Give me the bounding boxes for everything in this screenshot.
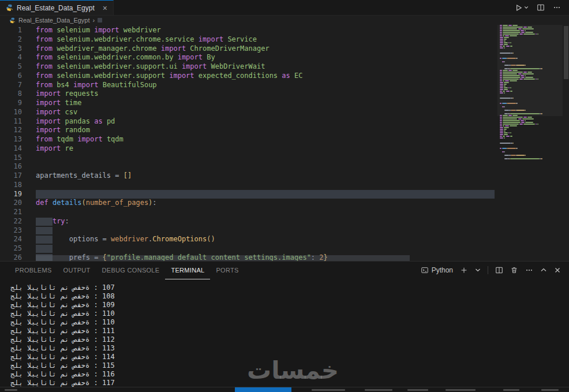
breadcrumb-item-file[interactable]: Real_Estate_Data_Egypt (18, 17, 90, 24)
code-line[interactable]: 7from bs4 import BeautifulSoup (0, 81, 569, 90)
minimap-slider[interactable] (497, 25, 563, 116)
code-text[interactable]: from tqdm import tqdm (36, 135, 123, 144)
code-text[interactable]: def details(number_of_pages): (36, 199, 157, 208)
code-text[interactable]: from selenium.webdriver.common.by import… (36, 53, 215, 62)
code-text[interactable]: import time (36, 99, 82, 108)
code-text[interactable]: from bs4 import BeautifulSoup (36, 81, 157, 90)
split-terminal-icon[interactable] (495, 266, 503, 274)
line-number[interactable]: 21 (0, 208, 22, 217)
close-panel-icon[interactable] (554, 267, 561, 274)
code-text[interactable]: import pandas as pd (36, 117, 115, 126)
code-text[interactable]: import csv (36, 108, 77, 117)
line-number[interactable]: 13 (0, 135, 22, 144)
new-terminal-icon[interactable] (460, 266, 468, 274)
line-number[interactable]: 24 (0, 235, 22, 244)
code-text[interactable]: from selenium.webdriver.support.ui impor… (36, 62, 265, 72)
breadcrumb-symbol-icon (98, 18, 102, 23)
code-line[interactable]: 6from selenium.webdriver.support import … (0, 72, 569, 81)
code-line[interactable]: 17apartments_details = [] (0, 171, 569, 181)
kill-terminal-icon[interactable] (510, 266, 518, 274)
code-line[interactable]: 13from tqdm import tqdm (0, 135, 569, 144)
code-line[interactable]: 25 (0, 244, 569, 253)
code-line[interactable]: 9import time (0, 99, 569, 108)
line-number[interactable]: 18 (0, 181, 22, 190)
code-line[interactable]: 8import requests (0, 89, 569, 99)
line-number[interactable]: 7 (0, 81, 22, 90)
panel-tab-debug-console[interactable]: DEBUG CONSOLE (96, 262, 166, 279)
line-number[interactable]: 5 (0, 62, 22, 72)
code-line[interactable]: 23 (0, 226, 569, 236)
code-line[interactable]: 10import csv (0, 108, 569, 117)
minimap[interactable] (497, 25, 563, 261)
code-text[interactable]: from selenium.webdriver.chrome.service i… (36, 35, 257, 44)
code-line[interactable]: 24 options = webdriver.ChromeOptions() (0, 235, 569, 244)
line-number[interactable]: 10 (0, 108, 22, 117)
panel-tab-terminal[interactable]: TERMINAL (165, 262, 210, 279)
code-text[interactable]: import re (36, 144, 73, 154)
code-text[interactable]: from selenium.webdriver.support import e… (36, 72, 302, 81)
line-number[interactable]: 12 (0, 126, 22, 135)
code-line[interactable]: 3from webdriver_manager.chrome import Ch… (0, 44, 569, 54)
code-line[interactable]: 19 (0, 190, 569, 199)
line-number[interactable]: 11 (0, 117, 22, 126)
line-number[interactable]: 14 (0, 144, 22, 154)
line-number[interactable]: 1 (0, 26, 22, 35)
terminal-profile[interactable]: Python (421, 266, 453, 274)
line-number[interactable]: 6 (0, 72, 22, 81)
line-number[interactable]: 17 (0, 171, 22, 181)
panel-divider (488, 266, 488, 274)
code-line[interactable]: 11import pandas as pd (0, 117, 569, 126)
code-text[interactable]: apartments_details = [] (36, 171, 132, 181)
code-text[interactable]: from webdriver_manager.chrome import Chr… (36, 44, 269, 54)
line-number[interactable]: 20 (0, 199, 22, 208)
line-number[interactable]: 8 (0, 89, 22, 99)
panel-tab-ports[interactable]: PORTS (210, 262, 244, 279)
code-line[interactable]: 12import random (0, 126, 569, 135)
tab-close-icon[interactable]: × (103, 3, 107, 13)
editor-vertical-scrollbar[interactable] (563, 25, 569, 261)
launch-profile-chevron-icon[interactable] (475, 267, 481, 273)
status-bar-button[interactable] (235, 387, 291, 392)
terminal-more-actions-icon[interactable] (525, 266, 533, 274)
code-line[interactable]: 22 try: (0, 217, 569, 226)
line-number[interactable]: 16 (0, 162, 22, 171)
status-bar[interactable] (0, 387, 569, 392)
panel-tab-problems[interactable]: PROBLEMS (9, 262, 58, 279)
code-line[interactable]: 18 (0, 181, 569, 190)
line-number[interactable]: 4 (0, 53, 22, 62)
line-number[interactable]: 19 (0, 190, 22, 199)
line-number[interactable]: 22 (0, 217, 22, 226)
code-text[interactable]: options = webdriver.ChromeOptions() (36, 235, 215, 244)
code-line[interactable]: 1from selenium import webdriver (0, 26, 569, 35)
code-text[interactable]: try: (36, 217, 69, 226)
panel-actions: Python (421, 266, 569, 274)
editor-horizontal-scrollbar[interactable] (36, 255, 410, 261)
line-number[interactable]: 23 (0, 226, 22, 236)
maximize-panel-icon[interactable] (540, 267, 547, 274)
code-text[interactable]: import requests (36, 89, 98, 99)
line-number[interactable]: 25 (0, 244, 22, 253)
line-number[interactable]: 2 (0, 35, 22, 44)
code-line[interactable]: 4from selenium.webdriver.common.by impor… (0, 53, 569, 62)
run-python-file-button[interactable] (514, 3, 529, 12)
tab-real-estate-data-egypt[interactable]: Real_Estate_Data_Egypt × (0, 0, 114, 15)
code-line[interactable]: 2from selenium.webdriver.chrome.service … (0, 35, 569, 44)
code-line[interactable]: 21 (0, 208, 569, 217)
code-text[interactable]: import random (36, 126, 90, 135)
editor[interactable]: 1from selenium import webdriver2from sel… (0, 25, 569, 261)
more-actions-icon[interactable] (553, 3, 561, 12)
scrollbar-thumb[interactable] (564, 26, 568, 79)
code-line[interactable]: 5from selenium.webdriver.support.ui impo… (0, 62, 569, 72)
split-editor-icon[interactable] (537, 3, 545, 12)
code-text[interactable]: from selenium import webdriver (36, 26, 161, 35)
line-number[interactable]: 15 (0, 154, 22, 163)
line-number[interactable]: 3 (0, 44, 22, 54)
line-number[interactable]: 9 (0, 99, 22, 108)
code-line[interactable]: 14import re (0, 144, 569, 154)
line-number[interactable]: 26 (0, 253, 22, 261)
code-line[interactable]: 20def details(number_of_pages): (0, 199, 569, 208)
code-line[interactable]: 15 (0, 154, 569, 163)
breadcrumb[interactable]: Real_Estate_Data_Egypt › (0, 16, 569, 25)
panel-tab-output[interactable]: OUTPUT (58, 262, 96, 279)
code-line[interactable]: 16 (0, 162, 569, 171)
